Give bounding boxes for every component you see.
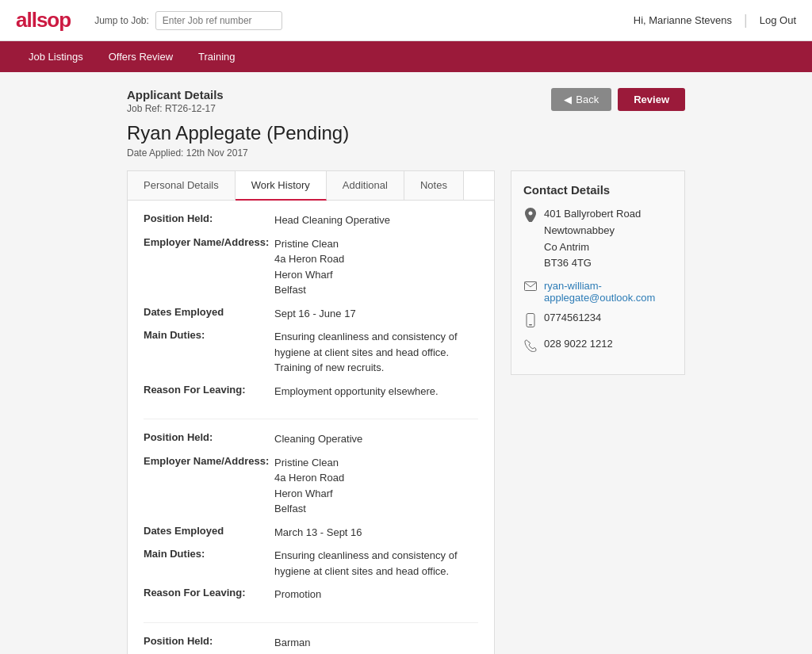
contact-email[interactable]: ryan-william-applegate@outlook.com: [544, 280, 672, 304]
header: allsop Jump to Job: Hi, Marianne Stevens…: [0, 0, 812, 41]
section-header: Applicant Details Job Ref: RT26-12-17 ◀ …: [127, 88, 685, 114]
field-row-employer: Employer Name/Address: Pristine Clean 4a…: [144, 236, 478, 298]
contact-phone-row: 028 9022 1212: [523, 338, 672, 354]
nav-training[interactable]: Training: [186, 41, 247, 72]
review-button[interactable]: Review: [618, 88, 685, 111]
contact-address-row: 401 Ballyrobert Road Newtownabbey Co Ant…: [523, 206, 672, 272]
field-row-reason: Reason For Leaving: Employment opportuni…: [144, 384, 478, 400]
position-label: Position Held:: [144, 212, 274, 224]
section-title: Applicant Details: [127, 88, 224, 101]
phone-icon: [523, 339, 538, 354]
contact-email-row: ryan-william-applegate@outlook.com: [523, 280, 672, 304]
contact-phone: 028 9022 1212: [544, 338, 613, 350]
email-icon: [523, 281, 538, 293]
back-button[interactable]: ◀ Back: [551, 88, 611, 111]
work-entry: Position Held: Head Cleaning Operative E…: [144, 212, 478, 419]
page-content: Applicant Details Job Ref: RT26-12-17 ◀ …: [0, 72, 812, 654]
work-entry: Position Held: Cleaning Operative Employ…: [144, 431, 478, 623]
dates-value-2: March 13 - Sept 16: [274, 525, 478, 541]
field-row-duties: Main Duties: Ensuring cleanliness and co…: [144, 548, 478, 579]
header-divider: |: [744, 12, 748, 29]
tab-work-history[interactable]: Work History: [236, 171, 327, 201]
field-row-employer: Employer Name/Address: Pristine Clean 4a…: [144, 455, 478, 517]
duties-label: Main Duties:: [144, 329, 274, 341]
svg-rect-2: [529, 324, 532, 326]
position-label-3: Position Held:: [144, 635, 274, 647]
contact-address: 401 Ballyrobert Road Newtownabbey Co Ant…: [544, 206, 672, 272]
field-row-position: Position Held: Cleaning Operative: [144, 431, 478, 447]
work-history-content: Position Held: Head Cleaning Operative E…: [128, 201, 494, 654]
reason-value-2: Promotion: [274, 587, 478, 602]
job-ref: Job Ref: RT26-12-17: [127, 103, 224, 114]
field-row-position: Position Held: Barman: [144, 635, 478, 651]
jump-label: Jump to Job:: [94, 15, 149, 26]
logo: allsop: [16, 8, 71, 33]
contact-mobile-row: 0774561234: [523, 312, 672, 330]
header-buttons: ◀ Back Review: [551, 88, 685, 111]
employer-value-1: Pristine Clean 4a Heron Road Heron Wharf…: [274, 236, 478, 298]
applicant-name: Ryan Applegate (Pending): [127, 122, 685, 144]
employer-value-2: Pristine Clean 4a Heron Road Heron Wharf…: [274, 455, 478, 517]
mobile-icon: [523, 313, 538, 330]
contact-panel: Contact Details 401 Ballyrobert Road New…: [511, 170, 685, 375]
location-icon: [523, 208, 538, 224]
job-ref-input[interactable]: [155, 11, 282, 30]
field-row-dates: Dates Employed Sept 16 - June 17: [144, 306, 478, 322]
dates-label-2: Dates Employed: [144, 525, 274, 537]
reason-label-2: Reason For Leaving:: [144, 587, 274, 599]
work-entry: Position Held: Barman Employer Name/Addr…: [144, 635, 478, 655]
employer-label: Employer Name/Address:: [144, 236, 274, 248]
tabs: Personal Details Work History Additional…: [128, 171, 494, 201]
nav-job-listings[interactable]: Job Listings: [16, 41, 96, 72]
employer-label-2: Employer Name/Address:: [144, 455, 274, 467]
field-row-reason: Reason For Leaving: Promotion: [144, 587, 478, 602]
tab-section: Personal Details Work History Additional…: [127, 170, 495, 654]
date-applied: Date Applied: 12th Nov 2017: [127, 147, 685, 159]
main-nav: Job Listings Offers Review Training: [0, 41, 812, 72]
dates-label: Dates Employed: [144, 306, 274, 318]
svg-rect-0: [525, 282, 537, 291]
header-right: Hi, Marianne Stevens | Log Out: [634, 12, 796, 29]
contact-title: Contact Details: [523, 183, 672, 197]
section-info: Applicant Details Job Ref: RT26-12-17: [127, 88, 224, 114]
tab-additional[interactable]: Additional: [327, 171, 404, 200]
main-layout: Personal Details Work History Additional…: [127, 170, 685, 654]
duties-value-1: Ensuring cleanliness and consistency of …: [274, 329, 478, 376]
contact-mobile: 0774561234: [544, 312, 601, 323]
dates-value-1: Sept 16 - June 17: [274, 306, 478, 322]
back-arrow-icon: ◀: [564, 94, 572, 105]
jump-to-job: Jump to Job:: [94, 11, 282, 30]
tab-notes[interactable]: Notes: [404, 171, 464, 200]
field-row-duties: Main Duties: Ensuring cleanliness and co…: [144, 329, 478, 376]
duties-label-2: Main Duties:: [144, 548, 274, 560]
duties-value-2: Ensuring cleanliness and consistency of …: [274, 548, 478, 579]
reason-value-1: Employment opportunity elsewhere.: [274, 384, 478, 400]
user-greeting: Hi, Marianne Stevens: [634, 14, 732, 26]
field-row-position: Position Held: Head Cleaning Operative: [144, 212, 478, 228]
field-row-dates: Dates Employed March 13 - Sept 16: [144, 525, 478, 541]
reason-label: Reason For Leaving:: [144, 384, 274, 396]
position-value-1: Head Cleaning Operative: [274, 212, 478, 228]
position-value-3: Barman: [274, 635, 478, 651]
position-label-2: Position Held:: [144, 431, 274, 443]
back-label: Back: [576, 94, 599, 105]
nav-offers-review[interactable]: Offers Review: [96, 41, 186, 72]
position-value-2: Cleaning Operative: [274, 431, 478, 447]
tab-personal-details[interactable]: Personal Details: [128, 171, 236, 200]
logout-link[interactable]: Log Out: [760, 14, 796, 26]
